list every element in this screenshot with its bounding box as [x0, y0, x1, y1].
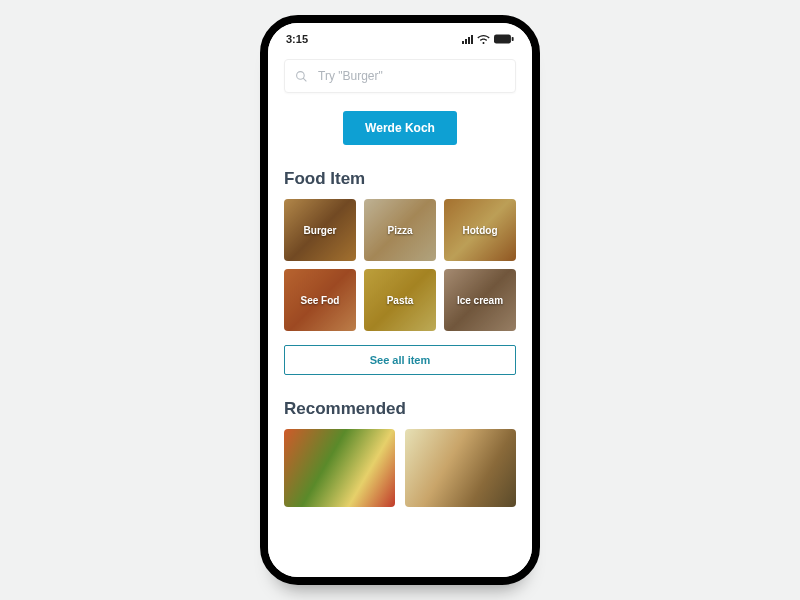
- food-tile-burger[interactable]: Burger: [284, 199, 356, 261]
- food-tile-label: Hotdog: [463, 225, 498, 236]
- signal-icon: [462, 35, 473, 44]
- recommended-card[interactable]: [405, 429, 516, 507]
- food-item-title: Food Item: [284, 169, 516, 189]
- status-bar: 3:15: [268, 23, 532, 49]
- food-tile-hotdog[interactable]: Hotdog: [444, 199, 516, 261]
- svg-line-3: [303, 78, 306, 81]
- status-right: [462, 34, 514, 44]
- food-tile-label: Ice cream: [457, 295, 503, 306]
- food-grid: Burger Pizza Hotdog See Fod Pasta Ice cr…: [284, 199, 516, 331]
- status-time: 3:15: [286, 33, 308, 45]
- become-cook-button[interactable]: Werde Koch: [343, 111, 457, 145]
- recommended-card[interactable]: [284, 429, 395, 507]
- svg-rect-0: [494, 34, 511, 43]
- recommended-title: Recommended: [284, 399, 516, 419]
- food-tile-pizza[interactable]: Pizza: [364, 199, 436, 261]
- battery-icon: [494, 34, 514, 44]
- food-tile-icecream[interactable]: Ice cream: [444, 269, 516, 331]
- food-tile-label: Pizza: [387, 225, 412, 236]
- food-tile-label: Pasta: [387, 295, 414, 306]
- food-tile-label: Burger: [304, 225, 337, 236]
- food-tile-pasta[interactable]: Pasta: [364, 269, 436, 331]
- food-tile-label: See Fod: [301, 295, 340, 306]
- food-tile-seafood[interactable]: See Fod: [284, 269, 356, 331]
- svg-rect-1: [512, 37, 514, 41]
- wifi-icon: [477, 34, 490, 44]
- search-bar[interactable]: [284, 59, 516, 93]
- search-input[interactable]: [318, 69, 505, 83]
- screen: 3:15: [268, 23, 532, 577]
- recommended-row: [284, 429, 516, 507]
- search-icon: [295, 70, 308, 83]
- content: Werde Koch Food Item Burger Pizza Hotdog…: [268, 49, 532, 507]
- phone-frame: 3:15: [260, 15, 540, 585]
- see-all-button[interactable]: See all item: [284, 345, 516, 375]
- svg-point-2: [297, 71, 305, 79]
